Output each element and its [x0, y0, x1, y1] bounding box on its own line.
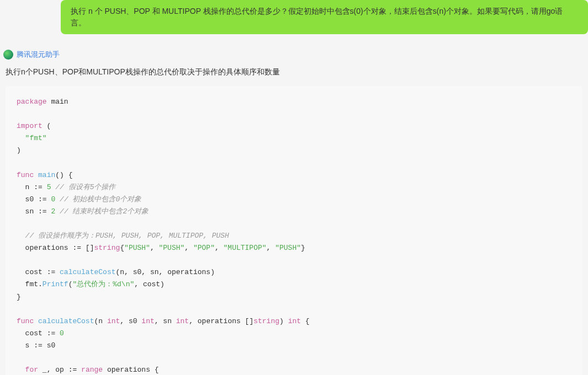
comment-2: // 初始栈中包含0个对象 — [60, 195, 141, 203]
fn-calculateCost: calculateCost — [38, 317, 94, 325]
ident-sn: sn — [25, 207, 34, 216]
num-2: 2 — [51, 207, 55, 216]
keyword-import: import — [17, 122, 43, 130]
string-fmtstr: "总代价为：%d\n" — [72, 280, 134, 288]
user-message-text: 执行 n 个 PUSH、POP 和 MULTIPOP 栈操作的总代价是多少？假定… — [71, 7, 563, 27]
comment-3: // 结束时栈中包含2个对象 — [60, 207, 149, 216]
string-fmt: "fmt" — [25, 134, 47, 142]
fn-main: main — [38, 171, 55, 179]
user-message-row: 执行 n 个 PUSH、POP 和 MULTIPOP 栈操作的总代价是多少？假定… — [0, 0, 588, 34]
ident-fmt: fmt — [25, 280, 38, 288]
ident-s: s — [25, 341, 30, 350]
fn-Printf: Printf — [43, 280, 68, 288]
ident-cost: cost — [25, 268, 43, 276]
num-0: 0 — [51, 195, 55, 203]
type-string: string — [94, 244, 120, 252]
keyword-range: range — [81, 366, 103, 374]
code-block[interactable]: package main import ( "fmt" ) func main(… — [6, 86, 582, 375]
keyword-func: func — [17, 171, 34, 179]
assistant-intro-text: 执行n个PUSH、POP和MULTIPOP栈操作的总代价取决于操作的具体顺序和数… — [6, 67, 588, 77]
ident-op: op — [55, 366, 64, 374]
ident-main: main — [51, 98, 68, 106]
comment-4: // 假设操作顺序为：PUSH, PUSH, POP, MULTIPOP, PU… — [25, 232, 229, 240]
ident-operations: operations — [25, 244, 68, 252]
assistant-name-label: 腾讯混元助手 — [17, 50, 60, 60]
assistant-header: 腾讯混元助手 — [3, 50, 588, 60]
ident-s0: s0 — [25, 195, 34, 203]
keyword-for: for — [25, 366, 38, 374]
keyword-package: package — [17, 98, 47, 106]
ident-n: n — [25, 183, 30, 191]
fn-calculateCost-call: calculateCost — [60, 268, 115, 276]
user-message-bubble: 执行 n 个 PUSH、POP 和 MULTIPOP 栈操作的总代价是多少？假定… — [61, 0, 588, 34]
comment-1: // 假设有5个操作 — [55, 183, 115, 191]
assistant-avatar-icon — [3, 50, 13, 60]
num-5: 5 — [47, 183, 51, 191]
